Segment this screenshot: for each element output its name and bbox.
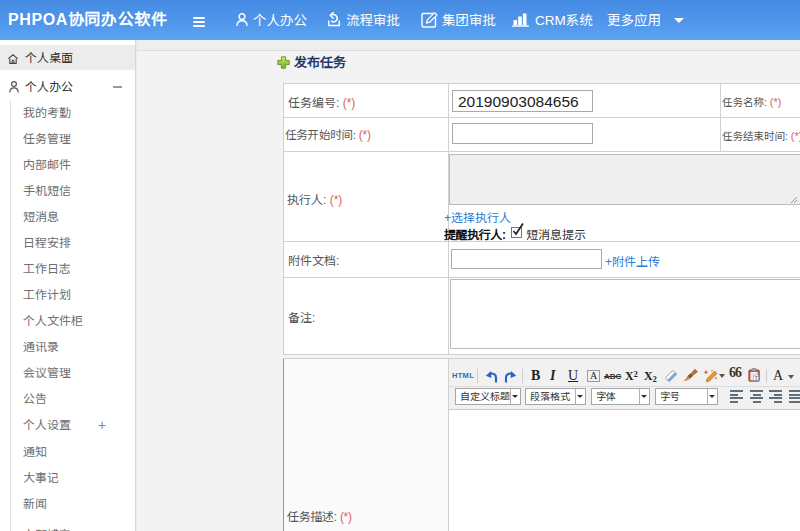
svg-text:T: T <box>755 375 759 381</box>
